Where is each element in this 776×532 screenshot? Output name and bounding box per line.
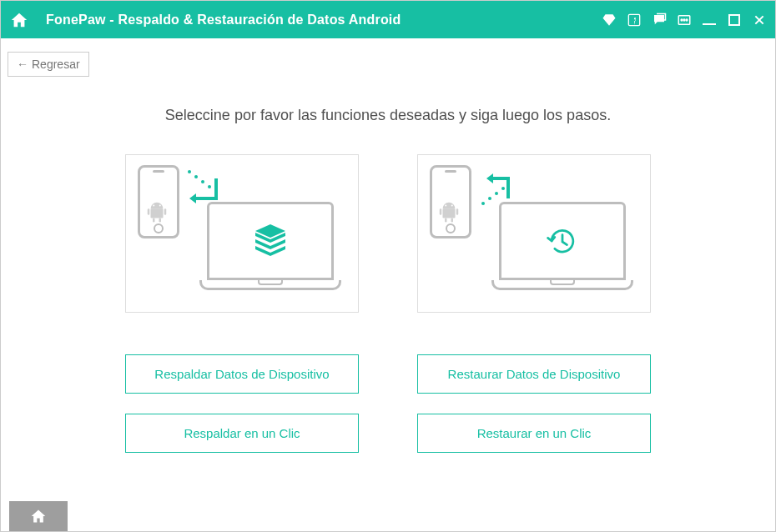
back-button[interactable]: ← Regresar <box>8 52 89 77</box>
svg-point-3 <box>683 19 685 21</box>
feedback-icon[interactable] <box>652 13 667 28</box>
backup-device-data-button[interactable]: Respaldar Datos de Dispositivo <box>125 354 359 394</box>
laptop-icon <box>491 202 633 294</box>
restore-device-data-button[interactable]: Restaurar Datos de Dispositivo <box>417 354 651 394</box>
restore-one-click-button[interactable]: Restaurar en un Clic <box>417 414 651 453</box>
backup-illustration-card <box>125 154 359 313</box>
layers-icon <box>250 221 290 261</box>
svg-rect-8 <box>153 218 155 223</box>
history-icon <box>544 223 581 259</box>
svg-point-11 <box>159 205 161 207</box>
home-icon[interactable] <box>9 10 29 30</box>
svg-rect-19 <box>445 218 447 223</box>
instructions-text: Seleccine por favor las funciones desead… <box>1 107 775 124</box>
laptop-icon <box>199 202 341 294</box>
svg-point-12 <box>188 170 191 173</box>
backup-buttons-column: Respaldar Datos de Dispositivo Respaldar… <box>125 354 359 453</box>
svg-point-10 <box>153 205 154 207</box>
svg-point-2 <box>681 19 683 21</box>
svg-point-22 <box>451 205 453 207</box>
close-icon[interactable] <box>752 13 767 28</box>
titlebar-left: FonePaw - Respaldo & Restauración de Dat… <box>9 10 401 30</box>
svg-point-24 <box>495 192 498 195</box>
content-area: ← Regresar Seleccine por favor las funci… <box>1 38 775 453</box>
phone-icon <box>430 165 471 238</box>
footer-home-tab[interactable] <box>9 501 68 531</box>
svg-point-23 <box>501 187 505 190</box>
illustration-cards <box>1 154 775 313</box>
svg-rect-18 <box>456 208 459 215</box>
svg-point-25 <box>488 197 491 200</box>
svg-rect-5 <box>151 208 164 218</box>
app-title: FonePaw - Respaldo & Restauración de Dat… <box>46 13 401 28</box>
svg-rect-20 <box>451 218 454 223</box>
svg-point-26 <box>481 202 485 205</box>
phone-icon <box>138 165 179 238</box>
app-window: FonePaw - Respaldo & Restauración de Dat… <box>0 0 776 532</box>
svg-rect-16 <box>443 208 456 218</box>
back-button-label: Regresar <box>32 58 80 71</box>
svg-point-21 <box>445 205 446 207</box>
home-icon <box>30 508 47 524</box>
restore-illustration-card <box>417 154 651 313</box>
android-icon <box>144 199 169 224</box>
restore-buttons-column: Restaurar Datos de Dispositivo Restaurar… <box>417 354 651 453</box>
svg-point-15 <box>208 185 211 188</box>
facebook-icon[interactable] <box>627 13 642 28</box>
back-arrow-icon: ← <box>17 58 28 71</box>
action-buttons-area: Respaldar Datos de Dispositivo Respaldar… <box>1 354 775 453</box>
menu-icon[interactable] <box>677 13 692 28</box>
svg-point-4 <box>686 19 688 21</box>
svg-rect-7 <box>164 208 167 215</box>
svg-rect-6 <box>148 208 150 215</box>
svg-rect-17 <box>440 208 442 215</box>
diamond-icon[interactable] <box>602 13 617 28</box>
minimize-icon[interactable] <box>702 13 717 28</box>
backup-one-click-button[interactable]: Respaldar en un Clic <box>125 414 359 453</box>
android-icon <box>436 199 461 224</box>
titlebar: FonePaw - Respaldo & Restauración de Dat… <box>1 1 775 38</box>
svg-point-13 <box>194 175 198 178</box>
maximize-icon[interactable] <box>727 13 742 28</box>
titlebar-right <box>602 13 767 28</box>
svg-rect-9 <box>159 218 162 223</box>
svg-point-14 <box>201 180 204 183</box>
